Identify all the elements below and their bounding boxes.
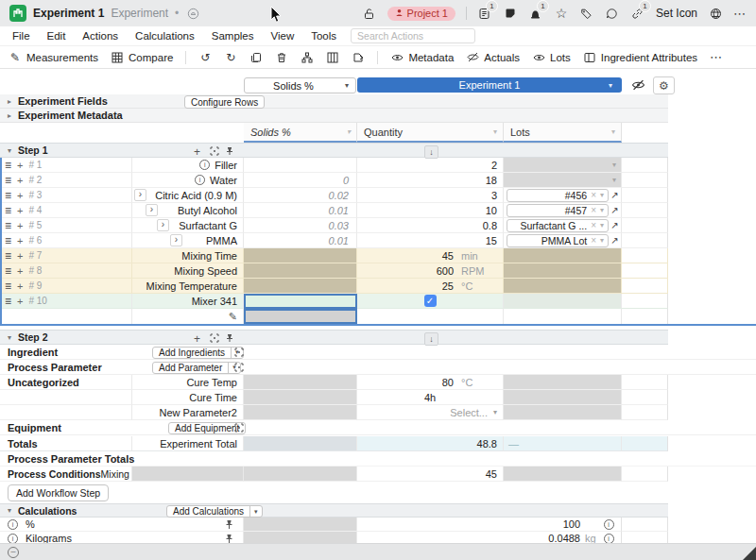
experiment-select[interactable]: Experiment 1 ▾: [357, 77, 622, 93]
quantity-cell[interactable]: 3: [357, 188, 504, 203]
parameter-name[interactable]: New Parameter2: [159, 407, 237, 418]
add-row-icon[interactable]: +: [17, 235, 23, 246]
step1-header[interactable]: ▾ Step 1 + ↓: [0, 143, 668, 158]
experiment-fields-row[interactable]: ▸ Experiment Fields Configure Rows: [0, 94, 668, 109]
duplicate-icon[interactable]: [249, 51, 263, 64]
quantity-cell[interactable]: 4h: [357, 390, 504, 405]
ingredient-name[interactable]: Butyl Alcohol: [163, 205, 237, 216]
chevron-down-icon[interactable]: ▾: [249, 506, 262, 517]
toggle-metadata-button[interactable]: Metadata: [390, 51, 454, 64]
redo-icon[interactable]: ↻: [224, 51, 237, 64]
menu-tools[interactable]: Tools: [302, 30, 345, 42]
add-workflow-step-button[interactable]: Add Workflow Step: [8, 484, 109, 501]
drag-handle-icon[interactable]: ≡: [5, 295, 11, 308]
quantity-cell[interactable]: 45min: [357, 248, 504, 263]
add-row-icon[interactable]: +: [17, 220, 23, 231]
lot-select[interactable]: #457×▾: [507, 204, 609, 217]
parameter-name[interactable]: Cure Time: [189, 392, 237, 403]
link-icon[interactable]: 1: [630, 6, 645, 21]
add-row-icon[interactable]: +: [17, 265, 23, 277]
column-header-quantity[interactable]: Quantity ▾: [357, 123, 504, 143]
lot-cell[interactable]: PMMA Lot×▾ ↗: [504, 233, 622, 248]
add-row-icon[interactable]: +: [194, 332, 200, 346]
set-icon-button[interactable]: Set Icon: [656, 7, 697, 20]
expand-row-icon[interactable]: ›: [134, 189, 146, 201]
entry-icon[interactable]: 1: [477, 6, 492, 21]
columns-icon[interactable]: [326, 51, 339, 64]
step2-header[interactable]: ▾ Step 2 + ↓: [0, 330, 668, 345]
quantity-cell[interactable]: 10: [357, 203, 504, 218]
external-link-icon[interactable]: ↗: [609, 190, 621, 200]
chevron-down-icon[interactable]: ▾: [600, 221, 604, 229]
notifications-icon[interactable]: 1: [528, 6, 543, 21]
focus-group-icon[interactable]: [234, 363, 244, 372]
pin-step-icon[interactable]: [225, 333, 234, 343]
experiment-metadata-row[interactable]: ▸ Experiment Metadata: [0, 109, 668, 123]
selected-cell[interactable]: [244, 294, 357, 309]
solids-cell[interactable]: [244, 158, 357, 173]
trash-icon[interactable]: [275, 51, 288, 64]
comment-icon[interactable]: [605, 6, 620, 21]
lot-cell[interactable]: #456×▾ ↗: [504, 188, 622, 203]
collapse-icon[interactable]: –: [8, 547, 19, 558]
add-row-icon[interactable]: +: [17, 250, 23, 262]
chevron-down-icon[interactable]: ▾: [600, 206, 604, 214]
menu-file[interactable]: File: [4, 30, 39, 42]
drag-handle-icon[interactable]: ≡: [5, 159, 11, 172]
pin-step-icon[interactable]: [225, 146, 234, 156]
expand-row-icon[interactable]: ›: [146, 204, 158, 216]
column-header-solids[interactable]: Solids % ▾: [244, 123, 357, 143]
add-calculations-button[interactable]: Add Calculations ▾: [166, 505, 263, 518]
unlock-icon[interactable]: [362, 6, 377, 21]
ingredient-name[interactable]: Filler: [215, 160, 237, 171]
pin-icon[interactable]: [225, 519, 233, 530]
project-badge[interactable]: Project 1: [387, 7, 455, 21]
lot-cell[interactable]: ▾: [504, 158, 622, 173]
equipment-checkbox-cell[interactable]: ✓: [357, 294, 504, 309]
quantity-cell[interactable]: 80°C: [357, 375, 504, 390]
expand-row-icon[interactable]: ›: [170, 234, 182, 246]
menu-samples[interactable]: Samples: [203, 30, 263, 42]
add-row-icon[interactable]: +: [17, 296, 23, 307]
column-header-lots[interactable]: Lots ▾: [504, 123, 622, 143]
column-select[interactable]: Solids % ▾: [244, 77, 356, 93]
empty-cell[interactable]: [357, 309, 504, 324]
parameter-name[interactable]: Cure Temp: [186, 377, 237, 388]
menu-actions[interactable]: Actions: [74, 30, 127, 42]
parameter-name[interactable]: Mixing Speed: [174, 265, 237, 277]
undo-icon[interactable]: ↺: [198, 51, 212, 64]
settings-button[interactable]: ⚙: [653, 76, 675, 94]
solids-cell[interactable]: 0.03: [244, 218, 357, 233]
chevron-down-icon[interactable]: ▾: [8, 333, 11, 342]
insert-row-button[interactable]: ↓: [424, 145, 438, 159]
toolbar-overflow-button[interactable]: ⋯: [710, 50, 723, 64]
menu-calculations[interactable]: Calculations: [127, 30, 203, 42]
quantity-cell[interactable]: 15: [357, 233, 504, 248]
focus-step-icon[interactable]: [210, 333, 219, 343]
drag-handle-icon[interactable]: ≡: [5, 280, 11, 293]
add-parameter-button[interactable]: Add Parameter ▾: [152, 362, 241, 374]
chevron-down-icon[interactable]: ▾: [600, 236, 604, 245]
parameter-name[interactable]: Mixing Time: [181, 250, 237, 262]
lot-select[interactable]: PMMA Lot×▾: [507, 234, 609, 247]
ingredient-attributes-button[interactable]: Ingredient Attributes: [583, 51, 697, 64]
quantity-cell[interactable]: 25°C: [357, 279, 504, 294]
external-link-icon[interactable]: ↗: [609, 205, 621, 215]
chevron-down-icon[interactable]: ▾: [600, 191, 604, 199]
tag-icon[interactable]: [579, 6, 594, 21]
focus-group-icon[interactable]: [234, 348, 244, 357]
drag-handle-icon[interactable]: ≡: [5, 234, 11, 247]
selected-empty-cell[interactable]: [244, 309, 357, 324]
chevron-right-icon[interactable]: ▸: [8, 111, 11, 120]
info-icon[interactable]: i: [8, 534, 18, 544]
add-row-icon[interactable]: +: [17, 280, 23, 292]
globe-icon[interactable]: [708, 6, 723, 21]
focus-step-icon[interactable]: [210, 146, 219, 156]
checkbox-checked[interactable]: ✓: [424, 295, 437, 307]
quantity-cell[interactable]: 18: [357, 173, 504, 188]
clear-icon[interactable]: ×: [591, 235, 596, 246]
lot-select[interactable]: Surfactant G ...×▾: [507, 219, 609, 232]
drag-handle-icon[interactable]: ≡: [5, 264, 11, 278]
star-icon[interactable]: ☆: [554, 6, 569, 21]
clear-icon[interactable]: ×: [591, 190, 596, 200]
